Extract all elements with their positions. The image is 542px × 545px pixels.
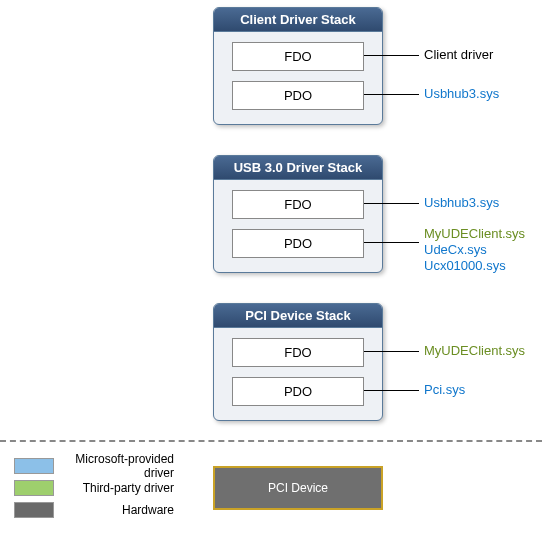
driver-label: Usbhub3.sys (424, 195, 499, 211)
fdo-slot: FDO (232, 338, 364, 367)
swatch-hardware-icon (14, 502, 54, 518)
legend: Microsoft-provided driver Third-party dr… (14, 455, 174, 521)
driver-label: Client driver (424, 47, 493, 63)
legend-row-ms: Microsoft-provided driver (14, 455, 174, 477)
connector-line (364, 94, 419, 95)
legend-text: Hardware (64, 503, 174, 517)
swatch-thirdparty-icon (14, 480, 54, 496)
connector-line (364, 242, 419, 243)
connector-line (364, 351, 419, 352)
stack-title: PCI Device Stack (214, 304, 382, 328)
legend-text: Third-party driver (64, 481, 174, 495)
fdo-slot: FDO (232, 190, 364, 219)
pdo-slot: PDO (232, 229, 364, 258)
pci-device-label: PCI Device (268, 481, 328, 495)
legend-row-thirdparty: Third-party driver (14, 477, 174, 499)
fdo-slot: FDO (232, 42, 364, 71)
connector-line (364, 55, 419, 56)
driver-label: Usbhub3.sys (424, 86, 499, 102)
client-driver-stack: Client Driver Stack FDO PDO (213, 7, 383, 125)
driver-label: MyUDEClient.sys UdeCx.sys Ucx01000.sys (424, 226, 525, 274)
stack-title: USB 3.0 Driver Stack (214, 156, 382, 180)
legend-row-hardware: Hardware (14, 499, 174, 521)
stack-title: Client Driver Stack (214, 8, 382, 32)
legend-text: Microsoft-provided driver (64, 452, 174, 480)
stack-body: FDO PDO (214, 328, 382, 420)
connector-line (364, 390, 419, 391)
stack-body: FDO PDO (214, 32, 382, 124)
driver-label: MyUDEClient.sys (424, 343, 525, 359)
divider-dashed (0, 440, 542, 442)
pci-device-box: PCI Device (213, 466, 383, 510)
pci-device-stack: PCI Device Stack FDO PDO (213, 303, 383, 421)
swatch-ms-icon (14, 458, 54, 474)
stack-body: FDO PDO (214, 180, 382, 272)
pdo-slot: PDO (232, 377, 364, 406)
usb30-driver-stack: USB 3.0 Driver Stack FDO PDO (213, 155, 383, 273)
driver-label: Pci.sys (424, 382, 465, 398)
connector-line (364, 203, 419, 204)
pdo-slot: PDO (232, 81, 364, 110)
